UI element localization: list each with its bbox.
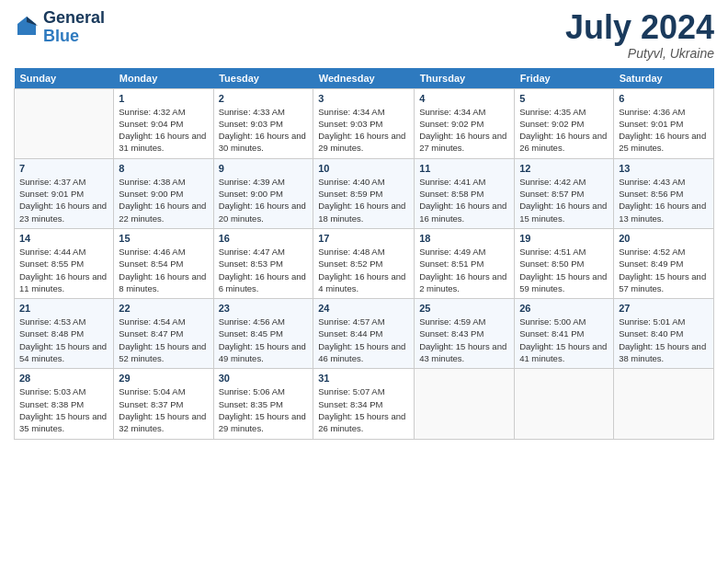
title-block: July 2024 Putyvl, Ukraine [565, 9, 714, 61]
calendar-week-2: 7 Sunrise: 4:37 AMSunset: 9:01 PMDayligh… [15, 158, 714, 228]
table-row: 11 Sunrise: 4:41 AMSunset: 8:58 PMDaylig… [415, 158, 515, 228]
table-row: 10 Sunrise: 4:40 AMSunset: 8:59 PMDaylig… [313, 158, 415, 228]
table-row: 3 Sunrise: 4:34 AMSunset: 9:03 PMDayligh… [313, 88, 415, 158]
day-info: Sunrise: 4:51 AMSunset: 8:50 PMDaylight:… [519, 246, 609, 294]
month-title: July 2024 [565, 9, 714, 46]
table-row: 9 Sunrise: 4:39 AMSunset: 9:00 PMDayligh… [213, 158, 313, 228]
day-number: 21 [19, 303, 108, 314]
day-number: 18 [419, 233, 509, 244]
day-info: Sunrise: 4:52 AMSunset: 8:49 PMDaylight:… [619, 246, 709, 294]
day-info: Sunrise: 4:36 AMSunset: 9:01 PMDaylight:… [619, 106, 709, 155]
day-info: Sunrise: 4:32 AMSunset: 9:04 PMDaylight:… [119, 106, 208, 155]
day-number: 2 [219, 93, 309, 104]
day-info: Sunrise: 4:42 AMSunset: 8:57 PMDaylight:… [519, 176, 609, 224]
table-row: 28 Sunrise: 5:03 AMSunset: 8:38 PMDaylig… [15, 369, 114, 439]
day-info: Sunrise: 4:54 AMSunset: 8:47 PMDaylight:… [119, 316, 208, 364]
header-saturday: Saturday [614, 68, 714, 89]
header-tuesday: Tuesday [213, 68, 313, 89]
calendar-header-row: Sunday Monday Tuesday Wednesday Thursday… [15, 68, 714, 89]
day-info: Sunrise: 4:46 AMSunset: 8:54 PMDaylight:… [119, 246, 208, 294]
day-info: Sunrise: 5:06 AMSunset: 8:35 PMDaylight:… [219, 385, 309, 434]
table-row: 26 Sunrise: 5:00 AMSunset: 8:41 PMDaylig… [515, 299, 614, 369]
table-row: 13 Sunrise: 4:43 AMSunset: 8:56 PMDaylig… [614, 158, 714, 228]
day-info: Sunrise: 4:57 AMSunset: 8:44 PMDaylight:… [318, 316, 409, 364]
table-row: 1 Sunrise: 4:32 AMSunset: 9:04 PMDayligh… [114, 88, 213, 158]
day-info: Sunrise: 4:47 AMSunset: 8:53 PMDaylight:… [219, 246, 309, 294]
header-friday: Friday [515, 68, 614, 89]
day-info: Sunrise: 5:07 AMSunset: 8:34 PMDaylight:… [318, 385, 409, 434]
day-number: 31 [318, 373, 409, 384]
table-row: 30 Sunrise: 5:06 AMSunset: 8:35 PMDaylig… [213, 369, 313, 439]
table-row: 14 Sunrise: 4:44 AMSunset: 8:55 PMDaylig… [15, 228, 114, 298]
calendar-table: Sunday Monday Tuesday Wednesday Thursday… [14, 68, 714, 440]
day-number: 30 [219, 373, 309, 384]
table-row: 24 Sunrise: 4:57 AMSunset: 8:44 PMDaylig… [313, 299, 415, 369]
day-info: Sunrise: 4:37 AMSunset: 9:01 PMDaylight:… [19, 176, 108, 224]
table-row: 2 Sunrise: 4:33 AMSunset: 9:03 PMDayligh… [213, 88, 313, 158]
table-row: 8 Sunrise: 4:38 AMSunset: 9:00 PMDayligh… [114, 158, 213, 228]
day-info: Sunrise: 5:01 AMSunset: 8:40 PMDaylight:… [619, 316, 709, 364]
day-number: 15 [119, 233, 208, 244]
day-info: Sunrise: 4:41 AMSunset: 8:58 PMDaylight:… [419, 176, 509, 224]
day-number: 22 [119, 303, 208, 314]
day-number: 10 [318, 163, 409, 174]
day-number: 14 [19, 233, 108, 244]
table-row: 29 Sunrise: 5:04 AMSunset: 8:37 PMDaylig… [114, 369, 213, 439]
day-number: 17 [318, 233, 409, 244]
day-number: 6 [619, 93, 709, 104]
table-row [515, 369, 614, 439]
day-info: Sunrise: 4:33 AMSunset: 9:03 PMDaylight:… [219, 106, 309, 155]
day-info: Sunrise: 4:34 AMSunset: 9:02 PMDaylight:… [419, 106, 509, 155]
header-thursday: Thursday [415, 68, 515, 89]
table-row: 12 Sunrise: 4:42 AMSunset: 8:57 PMDaylig… [515, 158, 614, 228]
day-info: Sunrise: 4:49 AMSunset: 8:51 PMDaylight:… [419, 246, 509, 294]
day-info: Sunrise: 4:40 AMSunset: 8:59 PMDaylight:… [318, 176, 409, 224]
day-number: 7 [19, 163, 108, 174]
day-info: Sunrise: 4:44 AMSunset: 8:55 PMDaylight:… [19, 246, 108, 294]
table-row: 23 Sunrise: 4:56 AMSunset: 8:45 PMDaylig… [213, 299, 313, 369]
table-row: 5 Sunrise: 4:35 AMSunset: 9:02 PMDayligh… [515, 88, 614, 158]
table-row: 27 Sunrise: 5:01 AMSunset: 8:40 PMDaylig… [614, 299, 714, 369]
day-number: 25 [419, 303, 509, 314]
day-info: Sunrise: 4:59 AMSunset: 8:43 PMDaylight:… [419, 316, 509, 364]
table-row: 7 Sunrise: 4:37 AMSunset: 9:01 PMDayligh… [15, 158, 114, 228]
day-number: 13 [619, 163, 709, 174]
table-row: 17 Sunrise: 4:48 AMSunset: 8:52 PMDaylig… [313, 228, 415, 298]
day-info: Sunrise: 4:35 AMSunset: 9:02 PMDaylight:… [519, 106, 609, 155]
day-info: Sunrise: 4:38 AMSunset: 9:00 PMDaylight:… [119, 176, 208, 224]
day-number: 20 [619, 233, 709, 244]
day-number: 1 [119, 93, 208, 104]
header-wednesday: Wednesday [313, 68, 415, 89]
table-row: 16 Sunrise: 4:47 AMSunset: 8:53 PMDaylig… [213, 228, 313, 298]
table-row: 20 Sunrise: 4:52 AMSunset: 8:49 PMDaylig… [614, 228, 714, 298]
day-info: Sunrise: 5:04 AMSunset: 8:37 PMDaylight:… [119, 385, 208, 434]
logo-text: GeneralBlue [43, 9, 105, 46]
day-info: Sunrise: 4:48 AMSunset: 8:52 PMDaylight:… [318, 246, 409, 294]
logo-icon [14, 15, 40, 40]
calendar-week-3: 14 Sunrise: 4:44 AMSunset: 8:55 PMDaylig… [15, 228, 714, 298]
day-number: 8 [119, 163, 208, 174]
table-row [614, 369, 714, 439]
day-info: Sunrise: 5:03 AMSunset: 8:38 PMDaylight:… [19, 385, 108, 434]
day-number: 23 [219, 303, 309, 314]
day-number: 26 [519, 303, 609, 314]
day-info: Sunrise: 4:43 AMSunset: 8:56 PMDaylight:… [619, 176, 709, 224]
day-number: 9 [219, 163, 309, 174]
day-info: Sunrise: 5:00 AMSunset: 8:41 PMDaylight:… [519, 316, 609, 364]
table-row: 19 Sunrise: 4:51 AMSunset: 8:50 PMDaylig… [515, 228, 614, 298]
day-number: 16 [219, 233, 309, 244]
logo: GeneralBlue [14, 9, 105, 46]
table-row: 22 Sunrise: 4:54 AMSunset: 8:47 PMDaylig… [114, 299, 213, 369]
table-row: 31 Sunrise: 5:07 AMSunset: 8:34 PMDaylig… [313, 369, 415, 439]
table-row: 4 Sunrise: 4:34 AMSunset: 9:02 PMDayligh… [415, 88, 515, 158]
day-info: Sunrise: 4:56 AMSunset: 8:45 PMDaylight:… [219, 316, 309, 364]
calendar-week-4: 21 Sunrise: 4:53 AMSunset: 8:48 PMDaylig… [15, 299, 714, 369]
header-sunday: Sunday [15, 68, 114, 89]
table-row: 25 Sunrise: 4:59 AMSunset: 8:43 PMDaylig… [415, 299, 515, 369]
day-number: 29 [119, 373, 208, 384]
day-info: Sunrise: 4:39 AMSunset: 9:00 PMDaylight:… [219, 176, 309, 224]
page-container: GeneralBlue July 2024 Putyvl, Ukraine Su… [0, 0, 728, 449]
table-row: 18 Sunrise: 4:49 AMSunset: 8:51 PMDaylig… [415, 228, 515, 298]
day-info: Sunrise: 4:34 AMSunset: 9:03 PMDaylight:… [318, 106, 409, 155]
day-info: Sunrise: 4:53 AMSunset: 8:48 PMDaylight:… [19, 316, 108, 364]
